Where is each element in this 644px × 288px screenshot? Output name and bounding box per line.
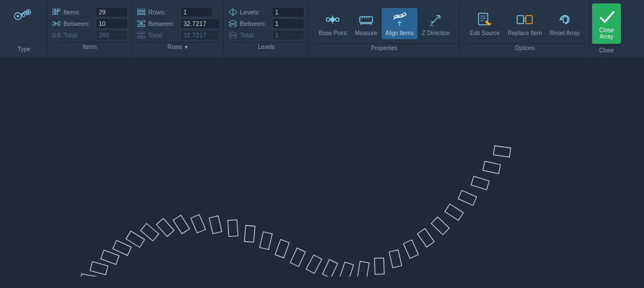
rows-between-icon	[137, 20, 146, 28]
items-between-icon	[52, 20, 61, 28]
svg-rect-76	[141, 223, 159, 241]
items-total-row: Total:	[52, 30, 128, 40]
svg-rect-15	[52, 33, 55, 37]
svg-point-1	[17, 15, 19, 17]
properties-buttons: Base Point Measure	[312, 6, 457, 41]
reset-array-button[interactable]: Reset Array	[547, 8, 583, 39]
svg-rect-70	[563, 17, 567, 22]
levels-between-label: Between:	[240, 20, 270, 27]
close-section: CloseArray Close	[591, 2, 622, 55]
replace-item-icon	[515, 10, 534, 29]
base-point-button[interactable]: Base Point	[315, 8, 350, 39]
svg-rect-88	[340, 262, 353, 276]
levels-fields: Levels: Between:	[228, 7, 304, 40]
replace-item-label: Replace Item	[508, 30, 542, 37]
measure-button[interactable]: Measure	[351, 8, 381, 39]
svg-rect-89	[357, 262, 369, 276]
svg-rect-93	[417, 229, 434, 247]
svg-rect-95	[445, 204, 464, 221]
options-buttons: Edit Source Replace Item	[463, 6, 587, 41]
align-items-button[interactable]: Align Items	[382, 8, 417, 39]
svg-rect-21	[137, 20, 145, 22]
items-total-value	[96, 30, 128, 40]
rows-between-value[interactable]	[180, 18, 220, 29]
levels-total-label: Total:	[240, 32, 270, 39]
svg-rect-12	[58, 22, 61, 25]
items-value[interactable]	[96, 7, 128, 17]
svg-rect-41	[360, 17, 372, 22]
rows-total-label: Total:	[148, 32, 178, 39]
items-section: Items: Between:	[48, 2, 132, 55]
svg-rect-82	[244, 225, 255, 242]
svg-rect-90	[374, 258, 384, 275]
main-toolbar: Type Items:	[0, 0, 644, 58]
edit-source-button[interactable]: Edit Source	[466, 8, 503, 39]
items-between-value[interactable]	[96, 18, 128, 29]
z-direction-button[interactable]: Z Z Direction	[419, 8, 453, 39]
rows-total-value	[180, 30, 220, 40]
rows-between-label: Between:	[148, 20, 178, 27]
close-array-icon	[598, 8, 615, 27]
rows-value[interactable]	[180, 7, 213, 17]
rows-section: Rows: Between:	[133, 2, 224, 55]
type-section: Type	[1, 2, 47, 55]
reset-array-label: Reset Array	[550, 30, 580, 37]
svg-rect-71	[80, 274, 97, 276]
svg-rect-91	[389, 250, 402, 268]
levels-label: Levels:	[240, 9, 270, 16]
reset-array-icon	[556, 10, 574, 29]
svg-rect-75	[126, 231, 145, 247]
properties-section: Base Point Measure	[310, 2, 460, 55]
items-total-icon	[52, 31, 61, 39]
svg-rect-10	[55, 12, 58, 14]
rows-total-icon	[137, 31, 146, 39]
items-between-row: Between:	[52, 18, 128, 29]
svg-text:Z: Z	[430, 21, 434, 27]
svg-rect-94	[431, 217, 449, 235]
rows-fields: Rows: Between:	[137, 7, 220, 40]
svg-rect-79	[191, 214, 206, 233]
svg-rect-7	[55, 9, 58, 11]
svg-rect-96	[458, 191, 477, 206]
levels-between-row: Between:	[228, 18, 304, 29]
svg-rect-22	[137, 25, 145, 26]
base-point-label: Base Point	[319, 30, 347, 37]
svg-point-35	[326, 18, 330, 21]
items-label: Items:	[63, 9, 93, 16]
svg-rect-81	[228, 220, 238, 237]
svg-rect-18	[137, 9, 145, 10]
levels-between-value[interactable]	[272, 18, 304, 29]
svg-rect-98	[483, 161, 500, 173]
align-items-label: Align Items	[385, 30, 413, 37]
items-section-label: Items	[52, 42, 128, 50]
options-section: Edit Source Replace Item	[461, 2, 590, 55]
svg-point-36	[336, 18, 339, 21]
svg-rect-26	[137, 36, 145, 38]
close-array-label: CloseArray	[599, 27, 614, 40]
items-icon	[52, 8, 61, 16]
items-between-label: Between:	[63, 20, 93, 27]
z-direction-label: Z Direction	[422, 30, 450, 37]
svg-rect-16	[58, 33, 61, 37]
type-label: Type	[18, 44, 31, 52]
close-array-button[interactable]: CloseArray	[592, 3, 621, 44]
rows-label: Rows:	[148, 9, 178, 16]
edit-source-label: Edit Source	[470, 30, 500, 37]
svg-rect-73	[101, 250, 119, 264]
levels-value[interactable]	[272, 7, 304, 17]
svg-rect-20	[137, 14, 145, 16]
base-point-icon	[323, 10, 342, 29]
measure-icon	[357, 10, 375, 29]
levels-between-icon	[228, 20, 238, 28]
array-items-group	[80, 146, 511, 276]
z-direction-icon: Z	[427, 10, 445, 29]
rows-section-label: Rows ▼	[137, 42, 220, 50]
align-items-icon	[390, 10, 409, 29]
close-section-label: Close	[592, 46, 621, 54]
svg-rect-11	[52, 22, 55, 25]
replace-item-button[interactable]: Replace Item	[504, 8, 545, 39]
properties-section-label: Properties	[312, 43, 457, 51]
options-section-label: Options	[463, 43, 587, 51]
svg-rect-19	[137, 12, 145, 13]
levels-icon	[228, 8, 238, 16]
